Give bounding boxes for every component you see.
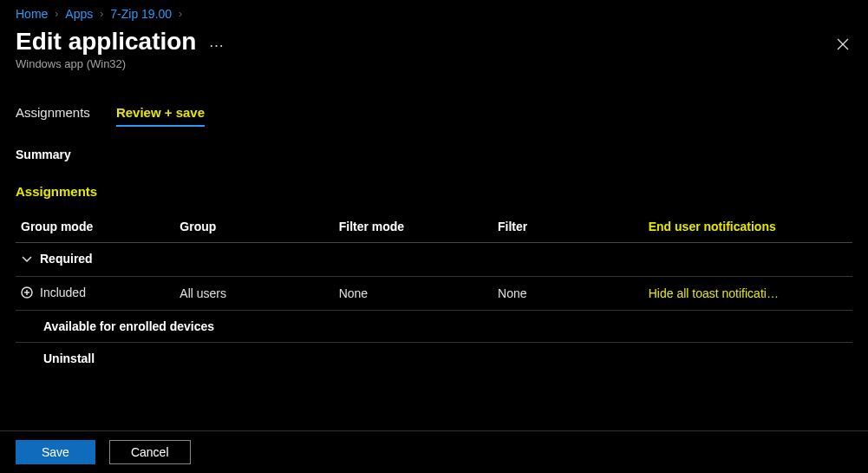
available-label: Available for enrolled devices (21, 319, 214, 333)
row-required[interactable]: Required (16, 243, 852, 277)
col-group: Group (174, 211, 333, 243)
more-options-button[interactable]: … (208, 33, 224, 51)
col-filter: Filter (493, 211, 643, 243)
col-filter-mode: Filter mode (334, 211, 493, 243)
included-mode: Included (40, 286, 86, 299)
cancel-button[interactable]: Cancel (109, 440, 191, 464)
included-filter-mode: None (334, 277, 493, 311)
breadcrumb-app[interactable]: 7-Zip 19.00 (110, 7, 172, 21)
breadcrumb-apps[interactable]: Apps (65, 7, 93, 21)
tab-review-save[interactable]: Review + save (116, 105, 205, 127)
wizard-tabs: Assignments Review + save (16, 105, 852, 127)
breadcrumb: Home › Apps › 7-Zip 19.00 › (16, 3, 852, 28)
close-button[interactable] (837, 38, 849, 54)
row-uninstall[interactable]: Uninstall (16, 343, 852, 375)
save-button[interactable]: Save (16, 440, 95, 464)
summary-label: Summary (16, 148, 852, 161)
assignments-table: Group mode Group Filter mode Filter End … (16, 211, 852, 374)
tab-assignments[interactable]: Assignments (16, 105, 90, 127)
close-icon (837, 38, 849, 50)
breadcrumb-home[interactable]: Home (16, 7, 48, 21)
uninstall-label: Uninstall (21, 351, 95, 365)
footer: Save Cancel (0, 430, 868, 473)
page-subtitle: Windows app (Win32) (16, 57, 852, 70)
included-notifications: Hide all toast notificati… (643, 277, 852, 311)
col-group-mode: Group mode (16, 211, 174, 243)
plus-circle-icon (21, 286, 33, 299)
included-filter: None (493, 277, 643, 311)
row-included: Included All users None None Hide all to… (16, 277, 852, 311)
page-title: Edit application (16, 28, 196, 56)
col-end-user-notifications: End user notifications (643, 211, 852, 243)
chevron-right-icon: › (179, 8, 182, 20)
chevron-down-icon (21, 253, 33, 265)
required-label: Required (40, 252, 93, 266)
chevron-right-icon: › (55, 8, 58, 20)
chevron-right-icon: › (100, 8, 103, 20)
included-group: All users (174, 277, 333, 311)
row-available[interactable]: Available for enrolled devices (16, 311, 852, 343)
assignments-heading: Assignments (16, 184, 852, 199)
